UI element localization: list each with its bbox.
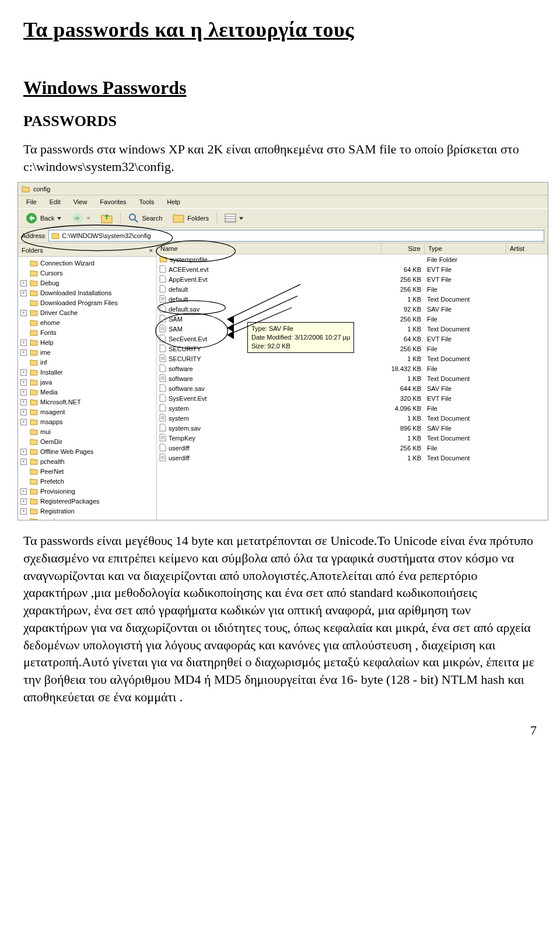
tree-item[interactable]: +Installer [19, 368, 156, 377]
file-name: system [169, 415, 189, 422]
tree-item[interactable]: inf [19, 358, 156, 368]
expand-icon[interactable]: + [20, 310, 27, 316]
file-row[interactable]: userdiff1 KBText Document [157, 453, 548, 463]
tree-item[interactable]: Fonts [19, 328, 156, 338]
file-row[interactable]: ACEEvent.evt64 KBEVT File [157, 264, 548, 274]
file-row[interactable]: SECURITY1 KBText Document [157, 354, 548, 363]
address-input[interactable]: C:\WINDOWS\system32\config [48, 230, 544, 242]
file-row[interactable]: SysEvent.Evt320 KBEVT File [157, 393, 548, 403]
folder-tree[interactable]: Connection WizardCursors+Debug+Downloade… [18, 257, 156, 520]
menu-file[interactable]: File [20, 197, 43, 207]
file-row[interactable]: default.sav92 KBSAV File [157, 304, 548, 314]
tree-item[interactable]: +msagent [19, 407, 156, 417]
file-size: 4.096 KB [382, 405, 425, 412]
file-row[interactable]: software.sav644 KBSAV File [157, 383, 548, 393]
search-label: Search [142, 215, 162, 222]
menu-view[interactable]: View [68, 197, 93, 207]
tree-item[interactable]: +Registration [19, 506, 156, 516]
tree-item[interactable]: mui [19, 427, 156, 437]
file-type: EVT File [425, 266, 506, 273]
file-row[interactable]: system.sav896 KBSAV File [157, 423, 548, 433]
menu-tools[interactable]: Tools [134, 197, 160, 207]
views-button[interactable] [220, 211, 248, 225]
expand-icon[interactable]: + [20, 349, 27, 356]
expand-icon[interactable]: + [20, 488, 27, 495]
file-row[interactable]: default1 KBText Document [157, 294, 548, 304]
tree-item[interactable]: repair [19, 516, 156, 520]
tree-item[interactable]: +msapps [19, 417, 156, 427]
tree-item[interactable]: +RegisteredPackages [19, 497, 156, 506]
file-type: Text Document [425, 296, 506, 303]
tree-item[interactable]: +Downloaded Installations [19, 288, 156, 298]
tree-item[interactable]: Connection Wizard [19, 258, 156, 268]
up-button[interactable] [96, 211, 117, 226]
folder-up-icon [101, 213, 113, 223]
search-button[interactable]: Search [124, 211, 167, 226]
tree-item[interactable]: +Help [19, 338, 156, 348]
menu-help[interactable]: Help [161, 197, 186, 207]
tree-item[interactable]: Prefetch [19, 477, 156, 487]
file-row[interactable]: AppEvent.Evt256 KBEVT File [157, 274, 548, 284]
file-row[interactable]: userdiff256 KBFile [157, 443, 548, 453]
tree-item-label: Connection Wizard [40, 260, 94, 267]
column-header-size[interactable]: Size [382, 244, 425, 254]
file-size: 1 KB [382, 435, 425, 442]
file-row[interactable]: software1 KBText Document [157, 373, 548, 383]
forward-button[interactable] [67, 210, 95, 226]
expand-icon[interactable]: + [20, 389, 27, 396]
tree-item-label: Media [40, 389, 58, 396]
tree-item[interactable]: +ime [19, 348, 156, 358]
expand-icon[interactable]: + [20, 369, 27, 376]
expand-icon[interactable]: + [20, 449, 27, 455]
file-row[interactable]: TempKey1 KBText Document [157, 433, 548, 443]
expand-icon[interactable]: + [20, 498, 27, 505]
expand-icon[interactable]: + [20, 409, 27, 415]
tree-item[interactable]: Downloaded Program Files [19, 298, 156, 308]
file-size: 1 KB [382, 355, 425, 362]
tree-item[interactable]: +Offline Web Pages [19, 447, 156, 457]
expand-icon[interactable]: + [20, 280, 27, 286]
tree-item[interactable]: +Media [19, 387, 156, 397]
tree-item[interactable]: PeerNet [19, 467, 156, 477]
expand-icon[interactable]: + [20, 290, 27, 296]
tree-item[interactable]: Cursors [19, 268, 156, 278]
menu-favorites[interactable]: Favorites [94, 197, 132, 207]
file-size: 320 KB [382, 395, 425, 402]
expand-icon[interactable]: + [20, 459, 27, 465]
file-type: Text Document [425, 415, 506, 422]
file-row[interactable]: software18.432 KBFile [157, 363, 548, 373]
expand-icon[interactable]: + [20, 399, 27, 405]
back-button[interactable]: Back [21, 210, 66, 226]
tree-item[interactable]: +Driver Cache [19, 308, 156, 318]
column-header-artist[interactable]: Artist [506, 244, 548, 254]
page-number: 7 [23, 723, 537, 738]
toolbar-separator [120, 212, 121, 225]
window-title: config [33, 186, 50, 193]
expand-icon[interactable]: + [20, 508, 27, 515]
tree-item[interactable]: +pchealth [19, 457, 156, 467]
file-row[interactable]: default256 KBFile [157, 284, 548, 294]
expand-icon[interactable]: + [20, 340, 27, 346]
file-row[interactable]: systemprofileFile Folder [157, 254, 548, 264]
close-icon[interactable]: × [149, 247, 153, 254]
tree-item[interactable]: OemDir [19, 437, 156, 447]
tree-item[interactable]: +Debug [19, 278, 156, 288]
file-row[interactable]: system1 KBText Document [157, 413, 548, 423]
tree-item[interactable]: +Provisioning [19, 487, 156, 497]
file-type: File [425, 286, 506, 293]
tree-item-label: Microsoft.NET [40, 398, 81, 405]
tree-item[interactable]: ehome [19, 318, 156, 328]
file-type: SAV File [425, 306, 506, 313]
column-header-name[interactable]: Name [157, 244, 382, 254]
tree-item-label: Help [40, 339, 54, 346]
file-row[interactable]: system4.096 KBFile [157, 403, 548, 413]
tree-item[interactable]: +java [19, 377, 156, 387]
folders-button[interactable]: Folders [168, 211, 214, 225]
menu-edit[interactable]: Edit [44, 197, 66, 207]
file-list[interactable]: systemprofileFile FolderACEEvent.evt64 K… [157, 254, 548, 520]
tree-item-label: Downloaded Installations [40, 289, 111, 296]
expand-icon[interactable]: + [20, 419, 27, 425]
tree-item[interactable]: +Microsoft.NET [19, 397, 156, 407]
column-header-type[interactable]: Type [425, 244, 506, 254]
expand-icon[interactable]: + [20, 379, 27, 386]
